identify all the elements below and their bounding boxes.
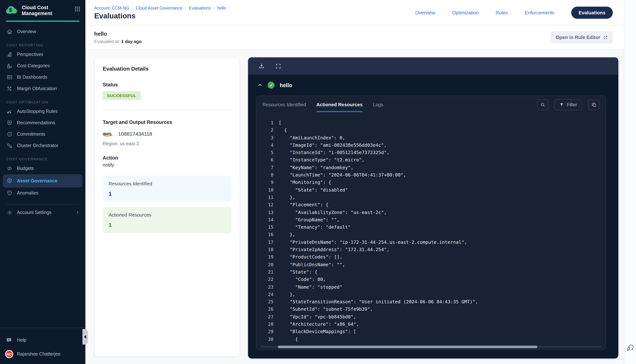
sidebar-item-commitments[interactable]: Commitments [0, 129, 85, 140]
line-text: "PrivateIpAddress": "172.31.44.254", [279, 246, 389, 254]
sidebar-item-recommendations[interactable]: Recommendations [0, 117, 85, 129]
app-grid-icon[interactable] [75, 6, 80, 12]
open-in-rule-editor-button[interactable]: Open in Rule Editor [550, 31, 613, 44]
breadcrumb-separator-icon: › [213, 6, 215, 10]
line-text: "InstanceId": "i-00512145e7372325d", [279, 149, 389, 156]
code-line: 29 "BlockDeviceMappings": [ [256, 328, 605, 336]
tab-resources-identified[interactable]: Resources Identified [262, 96, 306, 113]
fullscreen-button[interactable] [274, 62, 282, 70]
line-number: 24 [256, 291, 273, 298]
gear-icon [6, 210, 13, 216]
sidebar-collapse-handle[interactable] [83, 329, 88, 344]
line-text: "State": { [279, 268, 317, 276]
breadcrumb-item-link[interactable]: hello [217, 6, 226, 10]
home-icon [6, 29, 13, 35]
support-chat-icon[interactable] [626, 344, 634, 352]
search-button[interactable] [537, 99, 548, 110]
resources-identified-label: Resources Identified [109, 181, 226, 186]
section-label-cost-optimization: COST OPTIMIZATION [6, 100, 85, 104]
commitments-clock-icon [6, 131, 13, 138]
tab-optimization[interactable]: Optimization [452, 10, 479, 16]
line-number: 20 [256, 261, 273, 268]
action-label: Action [103, 155, 231, 161]
line-number: 17 [256, 238, 273, 246]
tab-logs[interactable]: Logs [373, 96, 383, 113]
line-number: 21 [256, 268, 273, 276]
tab-enforcements[interactable]: Enforcements [525, 10, 554, 16]
sidebar-item-help[interactable]: ? Help [0, 332, 85, 348]
sidebar-item-overview[interactable]: Overview [0, 26, 85, 38]
tab-actioned-resources[interactable]: Actioned Resources [316, 96, 363, 113]
tab-overview[interactable]: Overview [415, 10, 435, 16]
sidebar-item-asset-governance[interactable]: $ Asset Governance [3, 174, 83, 188]
recommendation-badge-icon [6, 120, 13, 126]
sidebar-item-bi-dashboards[interactable]: BI Dashboards [0, 72, 85, 83]
sidebar-item-cost-categories[interactable]: Cost Categories [0, 60, 85, 72]
code-line: 21 "State": { [256, 268, 605, 276]
evaluation-name: hello [94, 30, 142, 37]
download-button[interactable] [258, 62, 265, 70]
sidebar-item-label: Anomalies [17, 191, 39, 196]
line-number: 2 [256, 127, 273, 134]
sidebar-item-cluster-orchestrator[interactable]: Cluster Orchestrator [0, 140, 85, 152]
line-number: 16 [256, 231, 273, 238]
app-root: $ Cloud Cost Management Overview COST R [0, 0, 636, 364]
line-text: "VpcId": "vpc-bb845bd0", [279, 313, 356, 320]
code-line: 2 { [256, 127, 605, 134]
line-number: 3 [256, 134, 273, 142]
success-check-icon [267, 82, 274, 88]
code-line: 30 { [256, 336, 605, 343]
line-number: 4 [256, 142, 273, 149]
sidebar-item-autostopping[interactable]: AutoStopping Rules [0, 106, 85, 117]
sidebar-item-budgets[interactable]: Budgets [0, 163, 85, 174]
horizontal-scrollbar-thumb[interactable] [278, 346, 537, 348]
filter-button[interactable]: Filter [554, 99, 582, 110]
target-account-row: aws 108817434118 [103, 130, 231, 138]
sidebar-item-anomalies[interactable]: Anomalies [0, 188, 85, 199]
copy-button[interactable] [588, 99, 599, 110]
target-resources-label: Target and Output Resources [103, 120, 231, 125]
line-number: 5 [256, 149, 273, 156]
line-number: 28 [256, 320, 273, 328]
code-line: 18 "PrivateIpAddress": "172.31.44.254", [256, 246, 605, 254]
actioned-resources-label: Actioned Resources [109, 212, 226, 218]
breadcrumb-module-link[interactable]: Cloud Asset Governance [136, 6, 182, 10]
user-menu[interactable]: RC Rajarshee Chatterjee [0, 348, 85, 364]
piggy-bank-icon [6, 166, 13, 172]
sidebar-item-label: Account Settings [17, 210, 52, 215]
line-text: "AvailabilityZone": "us-east-2c", [279, 209, 387, 216]
sidebar: $ Cloud Cost Management Overview COST R [0, 0, 85, 364]
code-line: 6 "InstanceType": "t2.micro", [256, 156, 605, 164]
module-tabs: Overview Optimization Rules Enforcements… [415, 0, 613, 25]
bar-chart-icon [6, 52, 13, 58]
code-editor[interactable]: 1 [ 2 { 3 "AmiLaunchIndex": [256, 113, 605, 350]
collapse-run-chevron-icon[interactable] [258, 83, 262, 88]
line-text: }, [279, 194, 295, 201]
code-line: 16 }, [256, 231, 605, 238]
sidebar-item-account-settings[interactable]: Account Settings [0, 204, 85, 220]
line-number: 26 [256, 306, 273, 313]
run-header-row: hello [248, 75, 618, 96]
sidebar-bottom-divider [0, 328, 85, 328]
evaluated-at-value: 1 day ago [121, 39, 142, 44]
line-number: 27 [256, 313, 273, 320]
shapes-icon [6, 63, 13, 69]
horizontal-scrollbar[interactable] [260, 346, 602, 348]
cluster-hexagon-icon [6, 143, 13, 149]
section-label-cost-governance: COST GOVERNANCE [6, 157, 85, 161]
line-text: "Tenancy": "default" [279, 224, 351, 231]
tab-evaluations-active[interactable]: Evaluations [571, 6, 613, 19]
tab-rules[interactable]: Rules [496, 10, 508, 16]
sidebar-item-label: Margin Obfuscation [17, 86, 57, 91]
breadcrumb-account-link[interactable]: Account: CCM-NG [94, 6, 129, 10]
sidebar-item-margin-obfuscation[interactable]: Margin Obfuscation [0, 83, 85, 94]
autostopping-icon [6, 108, 13, 115]
line-number: 8 [256, 171, 273, 179]
line-text: "PrivateDnsName": "ip-172-31-44-254.us-e… [279, 238, 467, 246]
sidebar-item-perspectives[interactable]: Perspectives [0, 49, 85, 60]
evaluation-details-card: Evaluation Details Status SUCCESSFUL Tar… [94, 57, 240, 357]
line-number: 11 [256, 194, 273, 201]
breadcrumb-page-link[interactable]: Evaluations [189, 6, 211, 10]
code-line: 7 "KeyName": "randomkey", [256, 164, 605, 172]
line-text: "State": "disabled" [279, 186, 348, 194]
